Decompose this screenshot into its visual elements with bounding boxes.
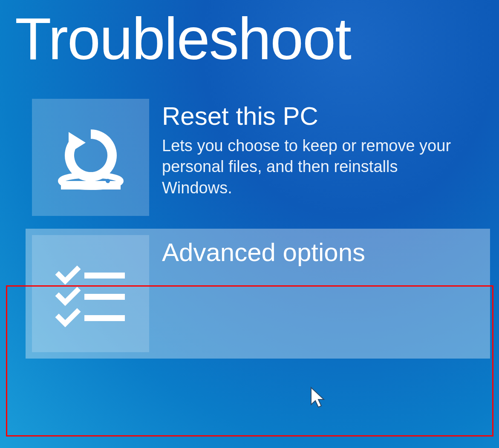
checklist-icon-box (32, 235, 149, 352)
svg-rect-2 (84, 273, 125, 279)
cursor-icon (310, 387, 326, 409)
options-list: Reset this PC Lets you choose to keep or… (0, 99, 499, 359)
option-reset-title: Reset this PC (162, 102, 467, 130)
option-advanced-title: Advanced options (162, 238, 484, 267)
reset-icon-box (32, 99, 149, 216)
page-title: Troubleshoot (0, 0, 499, 73)
option-reset-text: Reset this PC Lets you choose to keep or… (149, 99, 467, 198)
option-reset-this-pc[interactable]: Reset this PC Lets you choose to keep or… (32, 99, 467, 216)
svg-point-1 (106, 179, 110, 183)
option-advanced-text: Advanced options (149, 235, 484, 272)
svg-rect-3 (84, 294, 125, 300)
checklist-icon (52, 260, 129, 328)
option-reset-description: Lets you choose to keep or remove your p… (162, 135, 452, 198)
svg-rect-4 (84, 315, 125, 321)
reset-icon (52, 119, 129, 196)
option-advanced-options[interactable]: Advanced options (26, 229, 490, 359)
